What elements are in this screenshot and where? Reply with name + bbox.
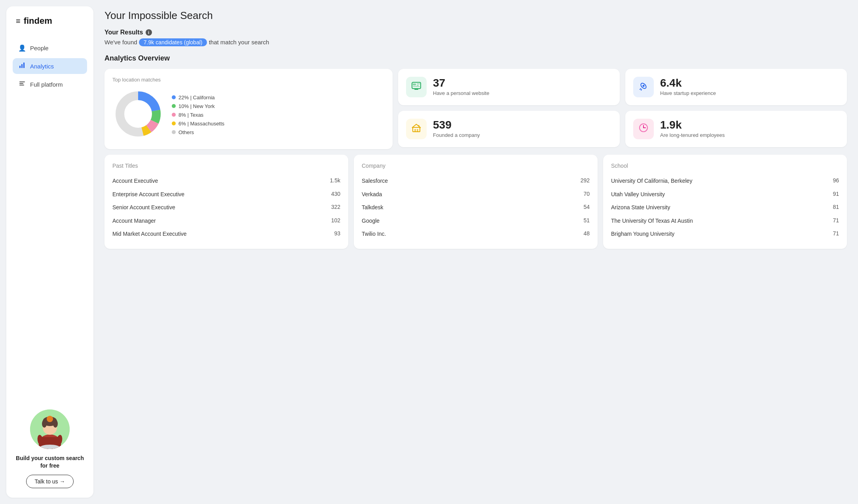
stat-card-personal-website: 37 Have a personal website xyxy=(398,69,620,105)
svg-rect-2 xyxy=(23,63,25,68)
location-card: Top location matches xyxy=(104,69,393,149)
stat-number-founded-company: 539 xyxy=(433,119,480,131)
legend-dot-texas xyxy=(172,113,176,117)
stat-number-personal-website: 37 xyxy=(433,77,489,89)
stat-number-startup: 6.4k xyxy=(660,77,716,89)
svg-rect-24 xyxy=(413,86,420,87)
sidebar-item-full-platform[interactable]: Full platform xyxy=(13,76,87,92)
svg-rect-5 xyxy=(19,85,24,85)
list-item: Salesforce 292 xyxy=(362,174,590,188)
svg-rect-29 xyxy=(413,127,420,132)
stat-info-startup: 6.4k Have startup experience xyxy=(660,77,716,97)
list-item: Brigham Young University 71 xyxy=(611,227,839,241)
company-label: Company xyxy=(362,163,590,169)
sidebar-item-people[interactable]: 👤 People xyxy=(13,40,87,56)
list-item: Utah Valley University 91 xyxy=(611,188,839,201)
logo-text: findem xyxy=(24,16,52,26)
cta-button[interactable]: Talk to us → xyxy=(26,475,73,488)
results-label: Your Results i xyxy=(104,29,847,36)
results-badge: 7.9k candidates (global) xyxy=(139,38,207,46)
sidebar-cta-text: Build your custom search for free xyxy=(13,455,87,470)
stat-number-long-tenured: 1.9k xyxy=(660,119,725,131)
long-tenured-icon-wrap xyxy=(633,119,654,139)
legend-item-texas: 8% | Texas xyxy=(172,112,224,118)
sidebar-item-people-label: People xyxy=(30,45,49,51)
svg-rect-1 xyxy=(21,64,23,68)
svg-rect-0 xyxy=(19,66,21,68)
svg-rect-4 xyxy=(19,83,23,84)
legend-dot-california xyxy=(172,95,176,99)
startup-icon-wrap xyxy=(633,77,654,97)
sidebar-item-analytics-label: Analytics xyxy=(30,63,54,70)
logo: ≡ findem xyxy=(13,16,87,26)
page-title: Your Impossible Search xyxy=(104,9,847,22)
sidebar-bottom: Build your custom search for free Talk t… xyxy=(13,400,87,488)
stat-info-personal-website: 37 Have a personal website xyxy=(433,77,489,97)
past-titles-card: Past Titles Account Executive 1.5k Enter… xyxy=(104,155,348,249)
analytics-icon xyxy=(18,62,26,70)
list-item: Arizona State University 81 xyxy=(611,201,839,214)
logo-icon: ≡ xyxy=(16,17,21,26)
founded-company-icon-wrap xyxy=(406,119,427,139)
svg-point-10 xyxy=(42,420,47,428)
legend-item-massachusetts: 6% | Massachusetts xyxy=(172,121,224,127)
stat-label-long-tenured: Are long-tenured employees xyxy=(660,132,725,139)
founded-company-icon xyxy=(411,123,421,135)
analytics-title: Analytics Overview xyxy=(104,54,847,63)
list-item: Account Manager 102 xyxy=(112,214,340,228)
full-platform-icon xyxy=(18,80,26,88)
bottom-grid: Past Titles Account Executive 1.5k Enter… xyxy=(104,155,847,249)
svg-rect-30 xyxy=(414,129,416,132)
legend-dot-massachusetts xyxy=(172,121,176,125)
main-content: Your Impossible Search Your Results i We… xyxy=(93,0,858,504)
list-item: Mid Market Account Executive 93 xyxy=(112,227,340,241)
svg-rect-3 xyxy=(19,81,25,82)
svg-point-32 xyxy=(418,125,420,127)
avatar xyxy=(30,409,70,449)
stat-info-long-tenured: 1.9k Are long-tenured employees xyxy=(660,119,725,139)
legend-item-others: Others xyxy=(172,129,224,135)
school-label: School xyxy=(611,163,839,169)
people-icon: 👤 xyxy=(18,44,26,52)
list-item: Verkada 70 xyxy=(362,188,590,201)
donut-chart xyxy=(112,88,164,141)
past-titles-label: Past Titles xyxy=(112,163,340,169)
stat-card-founded-company: 539 Founded a company xyxy=(398,111,620,147)
stat-card-long-tenured: 1.9k Are long-tenured employees xyxy=(625,111,847,147)
list-item: Account Executive 1.5k xyxy=(112,174,340,188)
list-item: Twilio Inc. 48 xyxy=(362,227,590,241)
svg-point-12 xyxy=(47,416,53,422)
personal-website-icon xyxy=(411,81,421,93)
results-text: We've found 7.9k candidates (global) tha… xyxy=(104,38,847,46)
stat-card-startup-experience: 6.4k Have startup experience xyxy=(625,69,847,105)
school-card: School University Of California, Berkele… xyxy=(603,155,847,249)
legend-dot-others xyxy=(172,130,176,134)
stat-info-founded-company: 539 Founded a company xyxy=(433,119,480,139)
results-section: Your Results i We've found 7.9k candidat… xyxy=(104,29,847,46)
svg-point-34 xyxy=(643,85,645,87)
list-item: Senior Account Executive 322 xyxy=(112,201,340,214)
clock-icon xyxy=(638,123,649,135)
list-item: Google 51 xyxy=(362,214,590,228)
svg-point-11 xyxy=(53,420,58,428)
legend-item-newyork: 10% | New York xyxy=(172,103,224,109)
stat-label-founded-company: Founded a company xyxy=(433,132,480,139)
sidebar-item-full-platform-label: Full platform xyxy=(30,81,63,88)
legend-item-california: 22% | California xyxy=(172,95,224,100)
company-card: Company Salesforce 292 Verkada 70 Talkde… xyxy=(354,155,598,249)
svg-rect-25 xyxy=(417,83,420,84)
svg-rect-31 xyxy=(417,129,418,132)
personal-website-icon-wrap xyxy=(406,77,427,97)
sidebar-item-analytics[interactable]: Analytics xyxy=(13,58,87,74)
sidebar: ≡ findem 👤 People Analytics Full platfor… xyxy=(6,6,93,498)
list-item: University Of California, Berkeley 96 xyxy=(611,174,839,188)
location-legend: 22% | California 10% | New York 8% | Tex… xyxy=(172,95,224,135)
svg-rect-23 xyxy=(413,83,416,85)
list-item: Talkdesk 54 xyxy=(362,201,590,214)
stat-label-personal-website: Have a personal website xyxy=(433,90,489,97)
stat-label-startup: Have startup experience xyxy=(660,90,716,97)
svg-rect-26 xyxy=(417,85,419,86)
list-item: The University Of Texas At Austin 71 xyxy=(611,214,839,228)
legend-dot-newyork xyxy=(172,104,176,108)
donut-legend-wrap: 22% | California 10% | New York 8% | Tex… xyxy=(112,88,385,141)
